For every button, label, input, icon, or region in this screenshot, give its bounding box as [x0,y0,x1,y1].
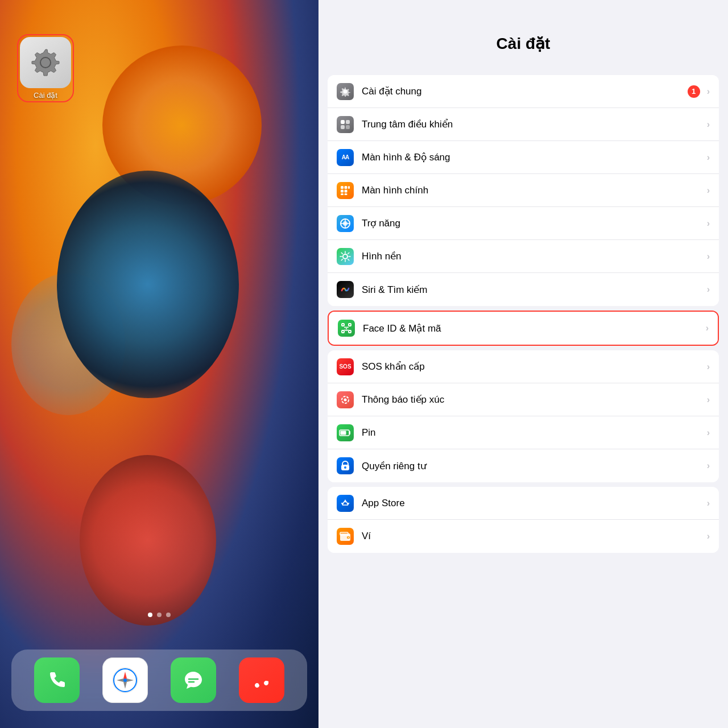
dot-1 [148,613,152,617]
row-pin[interactable]: Pin › [328,416,719,449]
settings-group-1: Cài đặt chung 1 › Trung tâm điều khiển ›… [328,75,719,306]
trung-tam-icon [337,116,354,133]
quyen-rieng-tu-label: Quyền riêng tư [362,460,705,472]
settings-panel-title: Cài đặt [330,34,717,53]
trung-tam-chevron: › [707,119,710,130]
svg-rect-27 [349,324,351,326]
svg-point-30 [344,326,345,328]
cai-dat-chung-badge: 1 [688,85,700,98]
home-icons-area: Cài đặt [0,0,318,102]
home-screen: Cài đặt [0,0,318,728]
row-man-hinh-chinh[interactable]: Màn hình chính › [328,174,719,207]
settings-header: Cài đặt [318,0,728,61]
svg-rect-13 [346,125,350,129]
vi-icon [337,528,354,545]
sos-label: SOS khẩn cấp [362,361,705,373]
settings-panel: Cài đặt Cài đặt chung 1 › [318,0,728,728]
wallpaper [0,0,318,728]
quyen-rieng-tu-chevron: › [707,461,710,471]
row-app-store[interactable]: App Store › [328,487,719,520]
svg-point-31 [347,326,348,328]
siri-icon [337,281,354,298]
man-hinh-chinh-icon [337,182,354,199]
settings-app-label: Cài đặt [20,91,71,100]
svg-rect-29 [349,330,351,333]
hinh-nen-label: Hình nền [362,250,705,262]
tro-nang-chevron: › [707,218,710,229]
row-hinh-nen[interactable]: Hình nền › [328,240,719,273]
vi-label: Ví [362,531,705,542]
svg-rect-17 [341,189,344,192]
cai-dat-chung-chevron: › [707,86,710,97]
pin-chevron: › [707,428,710,438]
row-face-id[interactable]: Face ID & Mật mã › [329,312,718,345]
settings-group-3: SOS SOS khẩn cấp › Thông báo tiếp xúc › [328,350,719,482]
svg-rect-20 [345,193,348,195]
sos-chevron: › [707,362,710,372]
row-trung-tam[interactable]: Trung tâm điều khiển › [328,108,719,141]
cai-dat-chung-label: Cài đặt chung [362,85,688,97]
svg-rect-12 [341,125,345,129]
row-cai-dat-chung[interactable]: Cài đặt chung 1 › [328,75,719,108]
siri-label: Siri & Tìm kiếm [362,284,705,296]
settings-app-selected[interactable]: Cài đặt [17,34,74,102]
vi-chevron: › [707,531,710,541]
row-vi[interactable]: Ví › [328,520,719,553]
quyen-rieng-tu-icon [337,457,354,474]
svg-rect-19 [341,193,344,195]
row-siri[interactable]: Siri & Tìm kiếm › [328,273,719,306]
messages-dock-icon[interactable] [171,657,216,703]
man-hinh-do-sang-chevron: › [707,152,710,163]
wallpaper-gray-blob [11,273,125,415]
settings-group-faceid: Face ID & Mật mã › [328,311,719,346]
svg-point-38 [344,466,346,469]
pin-label: Pin [362,427,705,439]
phone-dock-icon[interactable] [34,657,80,703]
man-hinh-do-sang-icon: AA [337,149,354,166]
svg-rect-14 [341,186,344,189]
svg-rect-15 [345,186,348,189]
sos-icon: SOS [337,358,354,375]
wallpaper-red-blob [80,455,216,626]
thong-bao-icon [337,391,354,408]
svg-point-25 [343,254,348,259]
face-id-label: Face ID & Mật mã [363,322,704,334]
man-hinh-chinh-label: Màn hình chính [362,185,705,196]
app-store-icon [337,495,354,512]
row-sos[interactable]: SOS SOS khẩn cấp › [328,350,719,383]
hinh-nen-icon [337,248,354,265]
music-dock-icon[interactable] [239,657,284,703]
row-tro-nang[interactable]: Trợ năng › [328,207,719,240]
dock [11,650,307,711]
dot-3 [166,613,171,617]
siri-chevron: › [707,284,710,295]
app-store-chevron: › [707,498,710,508]
man-hinh-chinh-chevron: › [707,185,710,196]
pin-icon [337,424,354,441]
thong-bao-label: Thông báo tiếp xúc [362,394,705,406]
svg-point-34 [344,398,347,401]
dot-2 [157,613,162,617]
row-man-hinh-do-sang[interactable]: AA Màn hình & Độ sáng › [328,141,719,174]
cai-dat-chung-icon [337,83,354,100]
page-dots [0,613,318,617]
svg-rect-10 [341,120,345,124]
tro-nang-icon [337,215,354,232]
safari-dock-icon[interactable] [102,657,148,703]
face-id-chevron: › [706,323,709,333]
settings-group-4: App Store › Ví › [328,487,719,553]
svg-point-42 [348,537,349,538]
row-thong-bao[interactable]: Thông báo tiếp xúc › [328,383,719,416]
svg-rect-11 [346,120,350,124]
svg-rect-36 [341,431,346,435]
tro-nang-label: Trợ năng [362,217,705,229]
settings-app-icon[interactable] [20,37,71,88]
man-hinh-do-sang-label: Màn hình & Độ sáng [362,151,705,163]
svg-point-8 [123,679,127,682]
row-quyen-rieng-tu[interactable]: Quyền riêng tư › [328,449,719,482]
svg-rect-16 [348,186,350,189]
svg-rect-26 [342,324,344,326]
svg-rect-18 [345,189,348,192]
hinh-nen-chevron: › [707,251,710,262]
trung-tam-label: Trung tâm điều khiển [362,118,705,130]
